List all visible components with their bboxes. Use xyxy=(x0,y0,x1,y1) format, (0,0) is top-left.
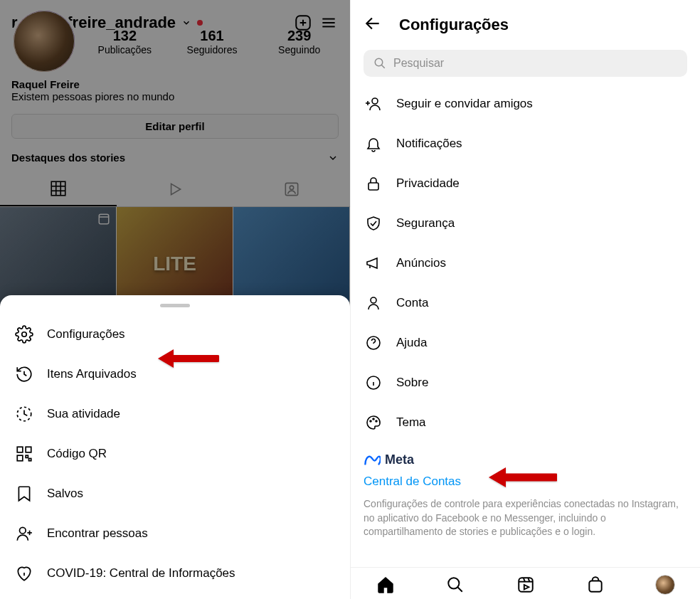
svg-rect-19 xyxy=(26,447,31,452)
sheet-item-configuracoes[interactable]: Configurações xyxy=(0,314,350,354)
sheet-grabber[interactable] xyxy=(160,304,190,307)
menu-bottom-sheet: Configurações Itens Arquivados Sua ativi… xyxy=(0,295,350,599)
svg-point-31 xyxy=(372,98,378,104)
settings-item-conta[interactable]: Conta xyxy=(351,283,700,323)
sheet-item-label: Salvos xyxy=(47,487,83,501)
settings-item-seguir[interactable]: Seguir e convidar amigos xyxy=(351,84,700,124)
qr-icon xyxy=(14,444,34,464)
svg-point-35 xyxy=(371,297,376,303)
sheet-item-label: Código QR xyxy=(47,447,107,461)
settings-item-anuncios[interactable]: Anúncios xyxy=(351,243,700,283)
sheet-item-arquivados[interactable]: Itens Arquivados xyxy=(0,354,350,394)
instagram-settings-screen: Configurações Pesquisar Seguir e convida… xyxy=(350,0,700,599)
megaphone-icon xyxy=(364,253,383,273)
bottom-navigation xyxy=(351,567,700,599)
archive-clock-icon xyxy=(14,364,34,384)
settings-item-notif[interactable]: Notificações xyxy=(351,124,700,164)
nav-home[interactable] xyxy=(351,575,420,595)
svg-point-29 xyxy=(375,58,383,66)
settings-item-label: Seguir e convidar amigos xyxy=(396,97,533,111)
settings-item-sobre[interactable]: Sobre xyxy=(351,363,700,403)
svg-line-30 xyxy=(381,65,385,68)
settings-item-ajuda[interactable]: Ajuda xyxy=(351,323,700,363)
gear-icon xyxy=(14,324,34,344)
svg-rect-34 xyxy=(368,183,378,190)
nav-shop[interactable] xyxy=(561,575,630,595)
back-button[interactable] xyxy=(364,14,382,36)
svg-point-23 xyxy=(20,527,26,534)
search-input[interactable]: Pesquisar xyxy=(364,50,687,77)
settings-item-label: Anúncios xyxy=(396,256,446,270)
settings-item-label: Tema xyxy=(396,415,426,430)
central-de-contas-link[interactable]: Central de Contas xyxy=(364,467,687,493)
palette-icon xyxy=(364,413,383,433)
settings-item-label: Sobre xyxy=(396,376,428,390)
sheet-item-atividade[interactable]: Sua atividade xyxy=(0,394,350,434)
meta-section: Meta Central de Contas Configurações de … xyxy=(351,442,700,551)
settings-item-label: Ajuda xyxy=(396,336,427,350)
svg-line-45 xyxy=(458,587,463,592)
svg-rect-21 xyxy=(26,455,28,457)
settings-item-seg[interactable]: Segurança xyxy=(351,203,700,243)
info-icon xyxy=(364,373,383,393)
meta-logo: Meta xyxy=(364,452,687,467)
add-person-icon xyxy=(364,94,383,114)
svg-rect-22 xyxy=(29,459,31,461)
sheet-item-label: Itens Arquivados xyxy=(47,367,137,381)
bell-icon xyxy=(364,134,383,154)
settings-item-label: Conta xyxy=(396,296,428,310)
info-heart-icon xyxy=(14,563,34,583)
svg-point-42 xyxy=(373,418,374,420)
page-title: Configurações xyxy=(399,16,509,34)
sheet-item-covid[interactable]: COVID-19: Central de Informações xyxy=(0,553,350,593)
activity-clock-icon xyxy=(14,404,34,424)
settings-item-tema[interactable]: Tema xyxy=(351,403,700,442)
svg-point-44 xyxy=(449,578,460,588)
nav-search[interactable] xyxy=(420,575,490,595)
shield-icon xyxy=(364,213,383,233)
search-icon xyxy=(373,57,386,70)
find-people-icon xyxy=(14,524,34,544)
settings-item-priv[interactable]: Privacidade xyxy=(351,164,700,203)
svg-rect-51 xyxy=(589,581,601,592)
sheet-item-salvos[interactable]: Salvos xyxy=(0,474,350,514)
sheet-item-codigo-qr[interactable]: Código QR xyxy=(0,434,350,474)
svg-point-41 xyxy=(370,420,371,422)
sheet-item-label: Configurações xyxy=(47,327,125,341)
person-icon xyxy=(364,293,383,313)
sheet-item-label: COVID-19: Central de Informações xyxy=(47,566,235,581)
settings-item-label: Segurança xyxy=(396,216,455,230)
sheet-item-label: Encontrar pessoas xyxy=(47,526,148,541)
save-icon xyxy=(14,484,34,504)
search-placeholder: Pesquisar xyxy=(393,57,444,70)
instagram-profile-screen: raquel_freire_andrade 132 Publicações 16… xyxy=(0,0,350,599)
nav-reels[interactable] xyxy=(490,575,560,595)
sheet-item-label: Sua atividade xyxy=(47,407,120,421)
svg-rect-18 xyxy=(17,447,23,452)
settings-item-label: Notificações xyxy=(396,137,462,151)
lock-icon xyxy=(364,174,383,194)
nav-profile[interactable] xyxy=(630,575,700,595)
settings-list: Seguir e convidar amigos Notificações Pr… xyxy=(351,84,700,567)
svg-rect-20 xyxy=(17,455,23,461)
help-icon xyxy=(364,333,383,353)
sheet-item-pessoas[interactable]: Encontrar pessoas xyxy=(0,514,350,553)
svg-point-43 xyxy=(376,420,377,422)
settings-item-label: Privacidade xyxy=(396,176,460,191)
settings-header: Configurações xyxy=(351,0,700,46)
svg-point-16 xyxy=(22,332,27,337)
svg-marker-50 xyxy=(524,585,529,590)
meta-description: Configurações de controle para experiênc… xyxy=(364,493,687,545)
